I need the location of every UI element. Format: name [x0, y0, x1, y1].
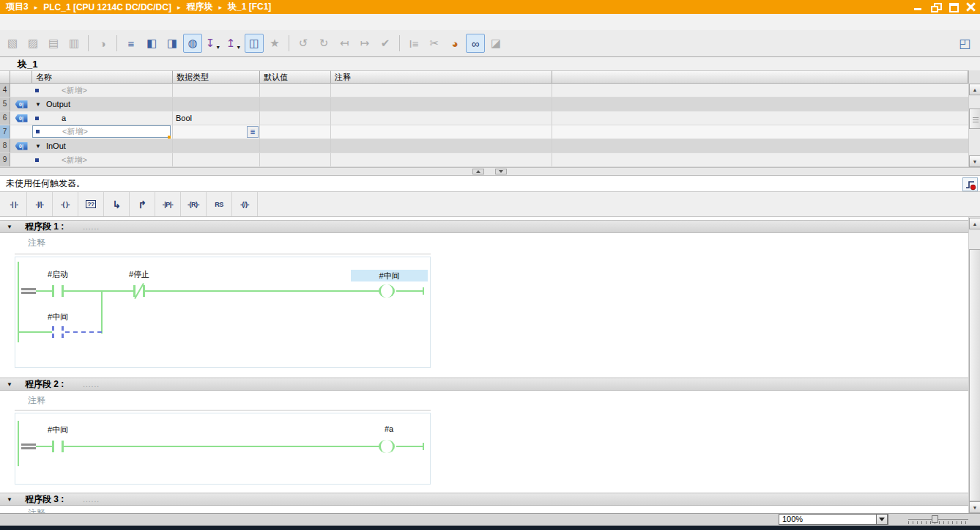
- breadcrumb-project[interactable]: 项目3: [6, 1, 29, 13]
- scroll-down-icon[interactable]: ▼: [969, 155, 980, 167]
- name-cell[interactable]: <新增>: [32, 84, 173, 97]
- minimize-button[interactable]: [913, 2, 923, 12]
- breadcrumb-block[interactable]: 块_1 [FC1]: [228, 1, 271, 13]
- free-comments-toggle-icon[interactable]: ◫: [245, 34, 264, 53]
- collapse-arrow-icon[interactable]: ▼: [7, 496, 12, 503]
- header-comment[interactable]: 注释: [331, 70, 552, 84]
- zoom-combo[interactable]: 100%: [779, 514, 888, 525]
- network-2-comment-dots[interactable]: ......: [83, 380, 100, 389]
- header-datatype[interactable]: 数据类型: [173, 70, 260, 84]
- variable-name[interactable]: a: [62, 114, 66, 122]
- row-number[interactable]: 8: [0, 139, 10, 152]
- name-cell[interactable]: ▼Output: [32, 97, 173, 111]
- operand-label[interactable]: #停止: [129, 269, 149, 280]
- coil[interactable]: [387, 284, 395, 298]
- coil-button[interactable]: -( )-: [53, 192, 78, 216]
- default-value-cell[interactable]: [260, 125, 331, 139]
- call-structure-icon[interactable]: ◕: [445, 34, 464, 53]
- open-all-networks-icon[interactable]: ◧: [142, 34, 161, 53]
- collapse-arrow-icon[interactable]: ▼: [7, 224, 12, 230]
- undo-status-icon[interactable]: ↺: [294, 34, 313, 53]
- comment-cell[interactable]: [331, 153, 552, 166]
- row-number[interactable]: 5: [0, 97, 10, 111]
- variable-name[interactable]: <新增>: [62, 126, 88, 137]
- table-row[interactable]: 60|aBool: [0, 111, 968, 125]
- coil[interactable]: [387, 440, 395, 453]
- datatype-cell[interactable]: [173, 153, 260, 166]
- zoom-slider[interactable]: [908, 515, 968, 525]
- variable-name[interactable]: <新增>: [62, 85, 87, 96]
- row-number[interactable]: 6: [0, 111, 10, 125]
- default-value-cell[interactable]: [260, 84, 331, 97]
- negated-coil-button[interactable]: -(/)-: [232, 192, 258, 216]
- datatype-cell[interactable]: Bool: [173, 111, 260, 125]
- close-all-networks-icon[interactable]: ◨: [163, 34, 182, 53]
- variable-name[interactable]: <新增>: [62, 155, 87, 166]
- monitoring-toggle-icon[interactable]: ∞: [466, 34, 485, 53]
- write-start-values-icon[interactable]: ↦: [355, 34, 374, 53]
- name-cell[interactable]: <新增>: [32, 125, 173, 139]
- insert-reference-icon[interactable]: ◪: [486, 34, 505, 53]
- empty-box-button[interactable]: ??: [78, 192, 104, 216]
- close-button[interactable]: [966, 2, 976, 12]
- splitter[interactable]: [0, 167, 980, 176]
- datatype-cell[interactable]: ≣: [173, 125, 260, 139]
- datatype-dropdown-button[interactable]: ≣: [247, 126, 259, 138]
- network-1-comment[interactable]: 注释: [28, 237, 45, 249]
- table-row[interactable]: 50|▼Output: [0, 97, 968, 111]
- nc-contact-button[interactable]: -|/|-: [27, 192, 53, 216]
- compile-icon[interactable]: ✔: [376, 34, 395, 53]
- network-3-comment[interactable]: 注释: [28, 507, 45, 513]
- comment-cell[interactable]: [331, 84, 552, 97]
- name-edit-box[interactable]: <新增>: [32, 125, 171, 138]
- edit-resize-handle[interactable]: [168, 136, 171, 139]
- comment-cell[interactable]: [331, 97, 552, 111]
- name-cell[interactable]: a: [32, 111, 173, 125]
- insert-row-after-icon[interactable]: ▤: [44, 34, 63, 53]
- default-value-cell[interactable]: [260, 97, 331, 111]
- comment-cell[interactable]: [331, 139, 552, 152]
- network-2-comment[interactable]: 注释: [28, 394, 45, 407]
- table-row[interactable]: 7<新增>≣: [0, 125, 968, 139]
- header-default[interactable]: 默认值: [260, 70, 331, 84]
- operand-label[interactable]: #启动: [48, 269, 68, 280]
- absolute-operands-icon[interactable]: I≡: [404, 34, 423, 53]
- expander-icon[interactable]: ▼: [35, 143, 41, 150]
- p-contact-button[interactable]: -|P|-: [155, 192, 181, 216]
- editor-scrollbar-thumb[interactable]: [969, 249, 980, 501]
- insert-row-icon[interactable]: ▧: [3, 34, 22, 53]
- download-icon[interactable]: ↧▼: [204, 34, 223, 53]
- default-value-cell[interactable]: [260, 139, 331, 152]
- insert-row-before-icon[interactable]: ▥: [64, 34, 83, 53]
- network-1-canvas[interactable]: #启动 #停止 #中间 #中间: [15, 257, 431, 368]
- coil[interactable]: [379, 284, 386, 298]
- network-2-canvas[interactable]: #中间 #a: [15, 413, 431, 485]
- no-contact[interactable]: [52, 285, 54, 297]
- network-3-comment-dots[interactable]: ......: [83, 496, 100, 504]
- editing-contact[interactable]: [52, 326, 54, 338]
- rs-flipflop-button[interactable]: RS: [207, 192, 232, 216]
- redo-status-icon[interactable]: ↻: [314, 34, 333, 53]
- load-snapshot-icon[interactable]: ↤: [335, 34, 354, 53]
- network-1-header[interactable]: ▼ 程序段 1 : ......: [0, 220, 968, 233]
- datatype-cell[interactable]: [173, 97, 260, 111]
- favorites-icon[interactable]: ★: [265, 34, 284, 53]
- default-value-cell[interactable]: [260, 111, 331, 125]
- network-comments-toggle-icon[interactable]: ◍: [183, 34, 202, 53]
- keep-actual-values-icon[interactable]: ◑: [93, 34, 112, 53]
- editing-contact[interactable]: [62, 326, 64, 338]
- no-contact[interactable]: [52, 441, 54, 452]
- table-row[interactable]: 9<新增>: [0, 153, 968, 167]
- splitter-collapse-down-button[interactable]: [495, 169, 507, 174]
- selected-operand-tag[interactable]: #中间: [351, 270, 428, 281]
- trigger-settings-button[interactable]: [962, 177, 978, 191]
- scroll-up-icon[interactable]: ▲: [969, 84, 980, 95]
- maximize-button[interactable]: [949, 2, 958, 12]
- row-number[interactable]: 4: [0, 84, 10, 97]
- network-2-header[interactable]: ▼ 程序段 2 : ......: [0, 378, 968, 391]
- reset-coil-button[interactable]: -(R)-: [181, 192, 207, 216]
- open-branch-button[interactable]: ↳: [104, 192, 130, 216]
- upload-icon[interactable]: ↥▼: [224, 34, 243, 53]
- splitter-collapse-up-button[interactable]: [472, 169, 484, 174]
- network-3-header[interactable]: ▼ 程序段 3 : ......: [0, 493, 968, 506]
